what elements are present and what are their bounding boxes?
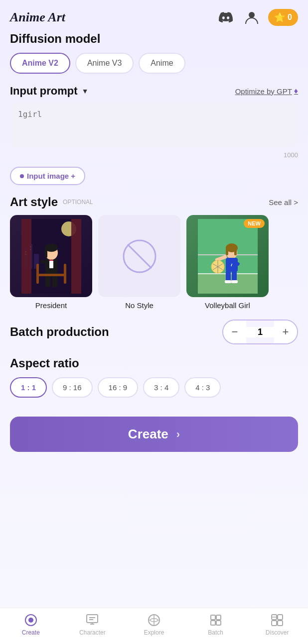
diffusion-model-section: Diffusion model Anime V2 Anime V3 Anime (10, 32, 298, 74)
batch-section: Batch production − + (10, 320, 298, 344)
svg-rect-20 (40, 260, 46, 263)
prompt-input[interactable] (10, 103, 298, 147)
svg-point-48 (28, 618, 33, 623)
create-chevron-icon: › (176, 428, 180, 441)
president-card-image (10, 215, 92, 297)
svg-rect-59 (216, 621, 221, 625)
no-style-icon (120, 236, 159, 276)
art-card-president[interactable]: President (10, 215, 92, 310)
user-button[interactable] (242, 8, 261, 27)
svg-rect-63 (278, 621, 283, 626)
aspect-3-4[interactable]: 3 : 4 (143, 377, 179, 398)
prompt-label-text: Input prompt (10, 85, 78, 98)
aspect-ratio-row: 1 : 1 9 : 16 16 : 9 3 : 4 4 : 3 (10, 377, 298, 398)
batch-plus-button[interactable]: + (274, 321, 297, 343)
create-section: Create › (10, 412, 298, 462)
art-style-row: President No Style NEW (10, 215, 298, 310)
svg-rect-40 (232, 271, 237, 282)
svg-rect-41 (225, 280, 231, 283)
chevron-down-icon[interactable]: ▼ (82, 87, 89, 95)
no-style-label: No Style (98, 301, 180, 310)
svg-rect-23 (64, 264, 66, 284)
art-style-title: Art style (10, 195, 58, 209)
discover-nav-icon (270, 613, 284, 627)
aspect-ratio-section: Aspect ratio 1 : 1 9 : 16 16 : 9 3 : 4 4… (10, 356, 298, 398)
create-nav-icon (24, 613, 38, 627)
model-anime-v2[interactable]: Anime V2 (10, 53, 70, 74)
optimize-label: Optimize by GPT (235, 87, 292, 96)
nav-create[interactable]: Create (16, 613, 46, 636)
svg-rect-11 (71, 219, 81, 294)
app-title: Anime Art (10, 10, 65, 25)
batch-value-input[interactable] (246, 327, 274, 337)
batch-control: − + (222, 320, 298, 344)
char-count: 1000 (10, 151, 298, 159)
svg-rect-21 (36, 274, 66, 276)
see-all-button[interactable]: See all > (269, 198, 298, 207)
coin-count: 0 (288, 13, 292, 22)
svg-point-0 (249, 12, 255, 18)
svg-rect-19 (49, 261, 53, 268)
art-style-header: Art style OPTIONAL See all > (10, 195, 298, 209)
svg-rect-42 (231, 280, 238, 283)
coin-badge[interactable]: ⭐ 0 (268, 9, 298, 26)
svg-rect-62 (272, 621, 277, 626)
nav-discover[interactable]: Discover (262, 613, 292, 636)
prompt-header: Input prompt ▼ Optimize by GPT ♦ (10, 85, 298, 98)
header-icons: ⭐ 0 (216, 8, 298, 27)
volleyball-card-image: NEW (186, 215, 269, 297)
aspect-ratio-title: Aspect ratio (10, 356, 298, 370)
header: Anime Art ⭐ 0 (0, 0, 308, 32)
president-illustration (21, 219, 81, 294)
no-style-card-image (98, 215, 180, 297)
aspect-16-9[interactable]: 16 : 9 (98, 377, 139, 398)
svg-line-25 (128, 245, 151, 268)
nav-create-label: Create (22, 629, 40, 636)
nav-explore[interactable]: Explore (139, 613, 169, 636)
svg-rect-58 (211, 621, 215, 625)
svg-rect-49 (87, 615, 98, 623)
art-style-section: Art style OPTIONAL See all > (10, 195, 298, 310)
art-style-title-row: Art style OPTIONAL (10, 195, 93, 209)
art-card-no-style[interactable]: No Style (98, 215, 180, 310)
svg-rect-17 (52, 275, 57, 287)
nav-explore-label: Explore (144, 629, 164, 636)
input-image-button[interactable]: Input image + (10, 167, 85, 185)
main-content: Diffusion model Anime V2 Anime V3 Anime … (0, 32, 308, 507)
svg-rect-16 (45, 275, 50, 287)
discord-button[interactable] (216, 8, 235, 27)
coin-icon: ⭐ (274, 12, 285, 23)
aspect-4-3[interactable]: 4 : 3 (184, 377, 221, 398)
aspect-1-1[interactable]: 1 : 1 (10, 377, 47, 398)
volleyball-label: Volleyball Girl (186, 301, 269, 310)
art-card-volleyball[interactable]: NEW (186, 215, 269, 310)
batch-title: Batch production (10, 325, 109, 339)
input-image-dot-icon (20, 174, 24, 178)
svg-rect-22 (36, 264, 39, 284)
create-button[interactable]: Create › (10, 417, 298, 452)
model-anime-v3[interactable]: Anime V3 (75, 53, 134, 74)
aspect-9-16[interactable]: 9 : 16 (52, 377, 93, 398)
explore-nav-icon (147, 613, 161, 627)
prompt-label: Input prompt ▼ (10, 85, 89, 98)
svg-rect-39 (226, 271, 231, 282)
model-row: Anime V2 Anime V3 Anime (10, 53, 298, 74)
nav-discover-label: Discover (266, 629, 289, 636)
batch-minus-button[interactable]: − (223, 321, 246, 343)
optimize-button[interactable]: Optimize by GPT ♦ (235, 87, 298, 96)
svg-rect-57 (216, 615, 221, 620)
diffusion-model-title: Diffusion model (10, 32, 298, 46)
nav-batch[interactable]: Batch (201, 613, 231, 636)
volleyball-illustration: 7 (198, 219, 258, 294)
nav-character-label: Character (79, 629, 106, 636)
optional-badge: OPTIONAL (63, 199, 93, 206)
model-anime[interactable]: Anime (139, 53, 185, 74)
svg-rect-61 (278, 615, 283, 620)
input-image-label: Input image + (27, 172, 75, 180)
nav-character[interactable]: Character (77, 613, 107, 636)
nav-batch-label: Batch (208, 629, 223, 636)
gem-icon: ♦ (294, 87, 298, 96)
character-nav-icon (85, 613, 99, 627)
svg-rect-34 (234, 246, 237, 255)
svg-rect-15 (45, 248, 47, 258)
